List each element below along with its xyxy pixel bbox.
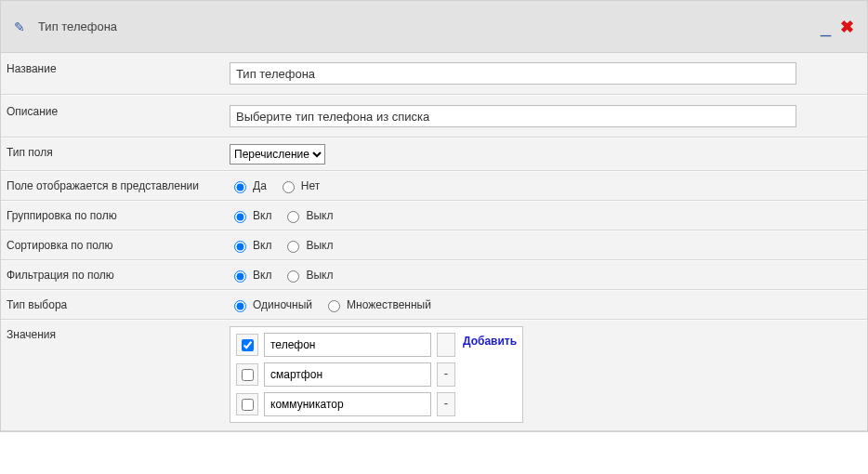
value-row: - <box>236 392 455 416</box>
filter-on-label: Вкл <box>253 269 271 282</box>
value-default-checkbox-wrap <box>236 334 258 356</box>
value-default-checkbox-wrap <box>236 363 258 386</box>
sort-off-label: Выкл <box>306 239 333 252</box>
row-name: Название <box>1 53 867 95</box>
titlebar: ✎ Тип телефона _ ✖ <box>1 1 867 53</box>
label-filter-by: Фильтрация по полю <box>1 261 222 289</box>
select-single-label: Одиночный <box>253 298 312 311</box>
value-label-input[interactable] <box>264 333 431 357</box>
show-no-label: Нет <box>301 179 320 192</box>
sort-off-radio[interactable] <box>287 241 299 253</box>
form: Название Описание Тип поля Перечисление … <box>1 53 867 431</box>
row-group-by: Группировка по полю Вкл Выкл <box>1 201 867 230</box>
value-default-checkbox[interactable] <box>242 369 254 381</box>
label-field-type: Тип поля <box>1 138 222 170</box>
value-default-checkbox-wrap <box>236 393 258 415</box>
values-box: -- Добавить <box>230 326 523 423</box>
value-row: - <box>236 362 455 387</box>
dialog-window: ✎ Тип телефона _ ✖ Название Описание Тип… <box>0 0 868 432</box>
group-off-radio[interactable] <box>287 211 299 223</box>
label-show-in-view: Поле отображается в представлении <box>1 172 222 200</box>
select-multiple-radio[interactable] <box>328 300 340 312</box>
value-row <box>236 333 455 357</box>
edit-icon: ✎ <box>14 20 25 34</box>
value-remove-button[interactable]: - <box>437 392 455 416</box>
window-title: Тип телефона <box>38 20 821 33</box>
row-filter-by: Фильтрация по полю Вкл Выкл <box>1 260 867 290</box>
label-sort-by: Сортировка по полю <box>1 231 222 259</box>
row-description: Описание <box>1 95 867 138</box>
value-default-checkbox[interactable] <box>242 399 254 411</box>
close-button[interactable]: ✖ <box>840 17 854 37</box>
row-sort-by: Сортировка по полю Вкл Выкл <box>1 230 867 260</box>
label-group-by: Группировка по полю <box>1 202 222 230</box>
window-buttons: _ ✖ <box>821 17 854 37</box>
sort-on-radio[interactable] <box>234 241 246 253</box>
filter-on-radio[interactable] <box>234 270 246 283</box>
label-values: Значения <box>1 321 222 430</box>
row-values: Значения -- Добавить <box>1 320 867 431</box>
filter-off-label: Выкл <box>306 269 333 282</box>
row-field-type: Тип поля Перечисление <box>1 138 867 171</box>
value-label-input[interactable] <box>264 362 431 387</box>
value-remove-button[interactable]: - <box>437 362 455 387</box>
minimize-button[interactable]: _ <box>821 21 831 33</box>
name-input[interactable] <box>230 62 796 85</box>
field-type-select[interactable]: Перечисление <box>230 144 325 165</box>
show-no-radio[interactable] <box>283 181 295 193</box>
label-description: Описание <box>1 96 222 137</box>
label-name: Название <box>1 53 222 94</box>
row-show-in-view: Поле отображается в представлении Да Нет <box>1 171 867 201</box>
select-single-radio[interactable] <box>234 300 246 312</box>
group-on-radio[interactable] <box>234 211 246 223</box>
value-default-checkbox[interactable] <box>242 339 254 351</box>
value-label-input[interactable] <box>264 392 431 416</box>
group-off-label: Выкл <box>306 209 333 222</box>
description-input[interactable] <box>230 105 796 127</box>
show-yes-label: Да <box>253 179 267 192</box>
group-on-label: Вкл <box>253 209 271 222</box>
show-yes-radio[interactable] <box>234 181 246 193</box>
filter-off-radio[interactable] <box>287 270 299 283</box>
values-list: -- <box>236 333 455 416</box>
select-multiple-label: Множественный <box>347 298 431 311</box>
row-select-type: Тип выбора Одиночный Множественный <box>1 290 867 320</box>
sort-on-label: Вкл <box>253 239 271 252</box>
add-value-link[interactable]: Добавить <box>463 333 517 348</box>
value-remove-button <box>437 333 455 357</box>
label-select-type: Тип выбора <box>1 291 222 319</box>
